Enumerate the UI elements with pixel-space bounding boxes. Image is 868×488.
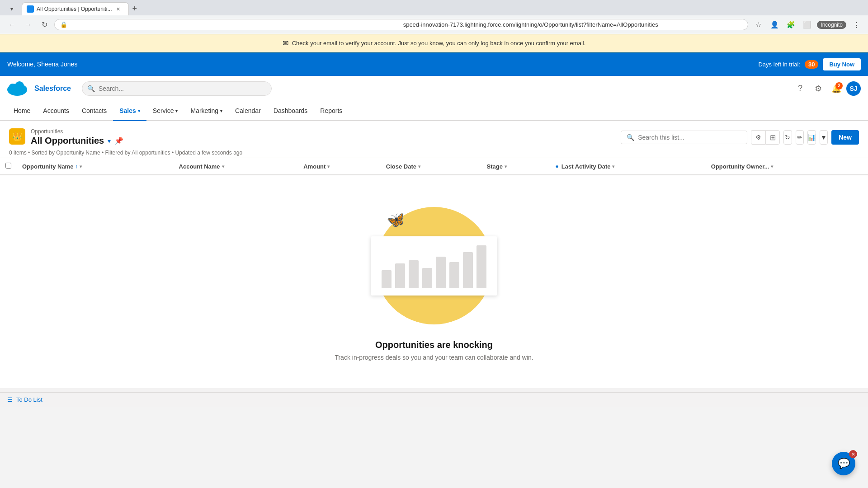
bookmark-icon[interactable]: ☆ xyxy=(752,19,764,31)
empty-state-subtitle: Track in-progress deals so you and your … xyxy=(335,354,533,361)
list-view-dropdown-arrow[interactable]: ▾ xyxy=(108,137,111,145)
nav-item-home[interactable]: Home xyxy=(7,101,37,121)
notification-count: 2 xyxy=(835,82,843,89)
col-last-activity-date[interactable]: ● Last Activity Date ▾ xyxy=(550,158,706,175)
select-all-checkbox[interactable] xyxy=(5,163,11,169)
opportunities-icon: 👑 xyxy=(9,128,25,145)
trial-info: Days left in trial: 30 Buy Now xyxy=(758,58,861,70)
list-search-input[interactable] xyxy=(638,134,741,141)
sf-nav: Home Accounts Contacts Sales ▾ Service ▾… xyxy=(0,101,868,121)
col-dropdown-icon: ▾ xyxy=(327,164,330,169)
marketing-dropdown-arrow: ▾ xyxy=(220,108,222,113)
menu-icon[interactable]: ⋮ xyxy=(850,19,863,31)
incognito-badge: Incognito xyxy=(817,21,846,29)
browser-tabs: ▾ All Opportunities | Opportuniti... ✕ + xyxy=(0,0,868,15)
main-content: 👑 Opportunities All Opportunities ▾ 📌 🔍 … xyxy=(0,121,868,392)
browser-chrome: ▾ All Opportunities | Opportuniti... ✕ +… xyxy=(0,0,868,34)
column-chooser-button[interactable]: ⊞ xyxy=(765,130,780,145)
list-title: All Opportunities xyxy=(31,136,104,146)
settings-icon[interactable]: ⚙ xyxy=(810,80,826,97)
chart-bar xyxy=(476,245,486,288)
col-dropdown-icon: ▾ xyxy=(222,164,224,169)
col-close-date[interactable]: Close Date ▾ xyxy=(381,158,481,175)
nav-item-calendar[interactable]: Calendar xyxy=(229,101,267,121)
chart-bar xyxy=(436,257,446,288)
nav-item-dashboards[interactable]: Dashboards xyxy=(267,101,314,121)
back-button[interactable]: ← xyxy=(5,19,18,31)
list-title-row: All Opportunities ▾ 📌 xyxy=(31,136,621,146)
tab-favicon xyxy=(27,5,34,13)
address-text: speed-innovation-7173.lightning.force.co… xyxy=(403,21,743,28)
col-opportunity-name[interactable]: Opportunity Name ↑ ▾ xyxy=(17,158,174,175)
address-bar[interactable]: 🔒 speed-innovation-7173.lightning.force.… xyxy=(54,19,748,30)
col-opportunity-owner[interactable]: Opportunity Owner... ▾ xyxy=(706,158,868,175)
col-dropdown-icon: ▾ xyxy=(505,164,507,169)
email-banner-text: Check your email to verify your account.… xyxy=(292,40,586,47)
nav-item-accounts[interactable]: Accounts xyxy=(37,101,75,121)
empty-state-illustration: 🦋 xyxy=(362,202,506,329)
toolbar-settings-group: ⚙ ⊞ xyxy=(751,130,780,145)
todo-icon: ☰ xyxy=(7,396,13,403)
profile-icon[interactable]: 👤 xyxy=(768,19,781,31)
reload-button[interactable]: ↻ xyxy=(38,19,51,31)
header-icons: ? ⚙ 🔔 2 SJ xyxy=(792,80,861,97)
trial-days-badge: 30 xyxy=(805,60,818,69)
col-amount[interactable]: Amount ▾ xyxy=(298,158,381,175)
list-search[interactable]: 🔍 xyxy=(621,131,747,144)
nav-icons: ☆ 👤 🧩 ⬜ Incognito ⋮ xyxy=(752,19,863,31)
notifications-icon[interactable]: 🔔 2 xyxy=(828,80,844,97)
active-tab[interactable]: All Opportunities | Opportuniti... ✕ xyxy=(22,2,129,15)
forward-button[interactable]: → xyxy=(22,19,34,31)
empty-state-row: 🦋 Opportunities are knocking Track in-pr… xyxy=(0,175,868,388)
buy-now-button[interactable]: Buy Now xyxy=(823,58,861,70)
sf-bottom-bar[interactable]: ☰ To Do List xyxy=(0,392,868,407)
new-tab-button[interactable]: + xyxy=(129,3,141,14)
col-stage[interactable]: Stage ▾ xyxy=(481,158,550,175)
col-account-name[interactable]: Account Name ▾ xyxy=(174,158,298,175)
nav-item-contacts[interactable]: Contacts xyxy=(75,101,113,121)
welcome-text: Welcome, Sheena Jones xyxy=(7,61,758,68)
sort-asc-icon: ↑ xyxy=(75,164,78,169)
nav-item-sales[interactable]: Sales ▾ xyxy=(113,101,146,121)
nav-item-reports[interactable]: Reports xyxy=(314,101,349,121)
list-table: Opportunity Name ↑ ▾ Account Name ▾ xyxy=(0,158,868,388)
todo-label: To Do List xyxy=(16,396,42,403)
browser-nav: ← → ↻ 🔒 speed-innovation-7173.lightning.… xyxy=(0,15,868,34)
app-name: Salesforce xyxy=(34,84,71,93)
chart-bar xyxy=(382,270,392,288)
refresh-button[interactable]: ↻ xyxy=(783,130,792,145)
help-icon[interactable]: ? xyxy=(792,80,808,97)
maximize-icon[interactable]: ⬜ xyxy=(801,19,813,31)
chart-bar xyxy=(422,268,432,288)
chart-bar xyxy=(463,252,473,288)
email-icon: ✉ xyxy=(283,39,288,47)
nav-item-marketing[interactable]: Marketing ▾ xyxy=(184,101,228,121)
search-icon: 🔍 xyxy=(87,85,95,92)
empty-state: 🦋 Opportunities are knocking Track in-pr… xyxy=(0,175,868,388)
butterfly-icon: 🦋 xyxy=(386,210,406,230)
filter-button[interactable]: ▼ xyxy=(820,130,828,145)
tab-close-button[interactable]: ✕ xyxy=(115,5,122,13)
tab-title: All Opportunities | Opportuniti... xyxy=(37,6,112,12)
extensions-icon[interactable]: 🧩 xyxy=(784,19,797,31)
search-input[interactable] xyxy=(82,81,272,96)
list-settings-button[interactable]: ⚙ xyxy=(751,130,765,145)
list-meta: 0 items • Sorted by Opportunity Name • F… xyxy=(9,150,859,156)
pin-icon[interactable]: 📌 xyxy=(114,136,123,145)
breadcrumb: Opportunities xyxy=(31,128,621,135)
empty-chart xyxy=(371,236,497,296)
list-search-icon: 🔍 xyxy=(627,134,634,141)
chart-button[interactable]: 📊 xyxy=(807,130,816,145)
salesforce-logo xyxy=(7,79,27,99)
sf-topbar: Welcome, Sheena Jones Days left in trial… xyxy=(0,52,868,76)
edit-columns-button[interactable]: ✏ xyxy=(796,130,804,145)
col-dropdown-icon: ▾ xyxy=(771,164,773,169)
list-view-header: 👑 Opportunities All Opportunities ▾ 📌 🔍 … xyxy=(0,121,868,158)
new-record-button[interactable]: New xyxy=(831,130,859,145)
nav-item-service[interactable]: Service ▾ xyxy=(146,101,184,121)
tab-list-button[interactable]: ▾ xyxy=(5,3,18,15)
avatar[interactable]: SJ xyxy=(846,81,861,96)
svg-rect-4 xyxy=(9,88,25,94)
global-search[interactable]: 🔍 xyxy=(82,81,272,96)
select-all-checkbox-header[interactable] xyxy=(0,158,17,175)
